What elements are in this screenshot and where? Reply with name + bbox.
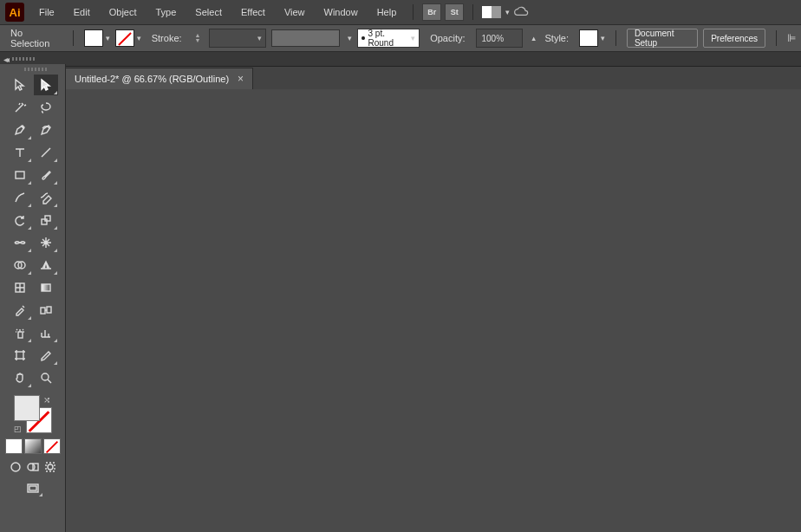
svg-rect-1 xyxy=(42,219,47,224)
stroke-weight-stepper[interactable]: ▲▼ xyxy=(192,33,204,43)
shape-builder-tool[interactable] xyxy=(8,255,32,276)
draw-normal-icon[interactable] xyxy=(8,459,23,475)
chevron-down-icon: ▾ xyxy=(106,34,110,42)
eyedropper-tool[interactable] xyxy=(8,300,32,321)
opacity-value: 100% xyxy=(482,34,505,43)
brush-dot-icon xyxy=(361,36,364,40)
scale-tool[interactable] xyxy=(34,210,58,230)
stock-button[interactable]: St xyxy=(445,3,464,21)
artboard-tool[interactable] xyxy=(8,345,32,366)
align-icon[interactable]: ⊫ xyxy=(787,32,796,44)
workspace-switcher[interactable]: ▾ xyxy=(482,6,510,18)
grip-icon xyxy=(12,57,35,61)
svg-point-14 xyxy=(28,464,35,470)
menu-file[interactable]: File xyxy=(31,3,62,21)
app-logo: Ai xyxy=(5,3,24,22)
rectangle-tool[interactable] xyxy=(8,165,32,185)
opacity-label: Opacity: xyxy=(425,30,470,46)
svg-point-13 xyxy=(11,463,20,471)
stroke-swatch[interactable]: ▾ xyxy=(115,29,141,47)
blend-tool[interactable] xyxy=(34,300,58,321)
menu-effect[interactable]: Effect xyxy=(233,3,273,21)
perspective-grid-tool[interactable] xyxy=(34,255,58,276)
document-title: Untitled-2* @ 66.67% (RGB/Outline) xyxy=(75,74,229,84)
menu-window[interactable]: Window xyxy=(316,3,366,21)
stroke-weight-dropdown[interactable]: ▾ xyxy=(209,29,266,48)
document-tab[interactable]: Untitled-2* @ 66.67% (RGB/Outline) × xyxy=(65,68,253,89)
selection-status: No Selection xyxy=(5,25,62,51)
menu-object[interactable]: Object xyxy=(101,3,145,21)
svg-rect-0 xyxy=(16,172,24,178)
fill-color-box[interactable] xyxy=(14,395,40,421)
menu-type[interactable]: Type xyxy=(148,3,185,21)
color-mode-solid[interactable] xyxy=(5,438,23,454)
free-transform-tool[interactable] xyxy=(34,232,58,253)
draw-behind-icon[interactable] xyxy=(25,459,41,475)
collapse-chevrons-icon: ◂◂ xyxy=(3,55,7,64)
graphic-style-swatch[interactable]: ▾ xyxy=(579,29,605,47)
close-tab-icon[interactable]: × xyxy=(238,73,244,85)
svg-rect-7 xyxy=(42,284,50,291)
draw-inside-icon[interactable] xyxy=(42,459,58,475)
menu-edit[interactable]: Edit xyxy=(66,3,98,21)
color-mode-none[interactable] xyxy=(43,438,61,454)
eraser-tool[interactable] xyxy=(34,187,58,208)
grip-icon[interactable] xyxy=(24,68,47,71)
menu-bar: Ai File Edit Object Type Select Effect V… xyxy=(0,0,801,24)
mesh-tool[interactable] xyxy=(8,277,32,298)
hand-tool[interactable] xyxy=(8,367,32,388)
chevron-down-icon: ▾ xyxy=(137,34,141,42)
fill-stroke-indicator[interactable]: ⤭ ◰ xyxy=(14,395,52,433)
document-tab-row: Untitled-2* @ 66.67% (RGB/Outline) × xyxy=(65,67,801,89)
menu-view[interactable]: View xyxy=(277,3,313,21)
color-mode-row xyxy=(5,438,61,454)
paintbrush-tool[interactable] xyxy=(34,165,58,185)
chevron-down-icon: ▾ xyxy=(505,8,510,16)
variable-width-profile[interactable] xyxy=(271,29,341,47)
draw-mode-row xyxy=(8,459,58,475)
tools-panel: ⤭ ◰ xyxy=(0,64,66,532)
magic-wand-tool[interactable] xyxy=(8,97,32,118)
separator xyxy=(615,30,616,46)
svg-rect-8 xyxy=(41,308,45,314)
document-setup-button[interactable]: Document Setup xyxy=(627,29,698,48)
menu-help[interactable]: Help xyxy=(369,3,405,21)
shaper-tool[interactable] xyxy=(8,187,32,208)
pen-tool[interactable] xyxy=(8,120,32,140)
color-mode-gradient[interactable] xyxy=(24,438,42,454)
rotate-tool[interactable] xyxy=(8,210,32,230)
screen-mode-icon[interactable] xyxy=(23,480,43,497)
symbol-sprayer-tool[interactable] xyxy=(8,322,32,343)
separator xyxy=(73,30,74,46)
svg-rect-19 xyxy=(29,486,36,490)
menu-select[interactable]: Select xyxy=(187,3,230,21)
panel-collapse-strip[interactable]: ◂◂ xyxy=(0,52,801,67)
direct-selection-tool[interactable] xyxy=(34,75,58,95)
brush-definition[interactable]: 3 pt. Round ▾ xyxy=(357,29,420,48)
fill-swatch[interactable]: ▾ xyxy=(84,29,110,47)
svg-point-17 xyxy=(48,464,53,470)
width-tool[interactable] xyxy=(8,232,32,253)
line-segment-tool[interactable] xyxy=(34,142,58,163)
bridge-button[interactable]: Br xyxy=(422,3,441,21)
lasso-tool[interactable] xyxy=(34,97,58,118)
default-fill-stroke-icon[interactable]: ◰ xyxy=(14,425,22,433)
opacity-field[interactable]: 100% xyxy=(476,29,523,48)
chevron-down-icon: ▾ xyxy=(411,34,415,42)
sync-settings-icon[interactable] xyxy=(513,5,531,19)
preferences-button[interactable]: Preferences xyxy=(703,29,765,48)
type-tool[interactable] xyxy=(8,142,32,163)
screen-mode-row xyxy=(23,480,43,497)
svg-rect-2 xyxy=(45,216,50,221)
stroke-label: Stroke: xyxy=(147,30,187,46)
zoom-tool[interactable] xyxy=(34,367,58,388)
gradient-tool[interactable] xyxy=(34,277,58,298)
slice-tool[interactable] xyxy=(34,345,58,366)
swap-fill-stroke-icon[interactable]: ⤭ xyxy=(43,395,50,405)
chevron-right-icon[interactable]: ▸ xyxy=(528,36,537,41)
column-graph-tool[interactable] xyxy=(34,322,58,343)
svg-rect-9 xyxy=(47,307,51,313)
chevron-down-icon: ▾ xyxy=(348,34,352,42)
selection-tool[interactable] xyxy=(8,75,32,95)
curvature-tool[interactable] xyxy=(34,120,58,140)
